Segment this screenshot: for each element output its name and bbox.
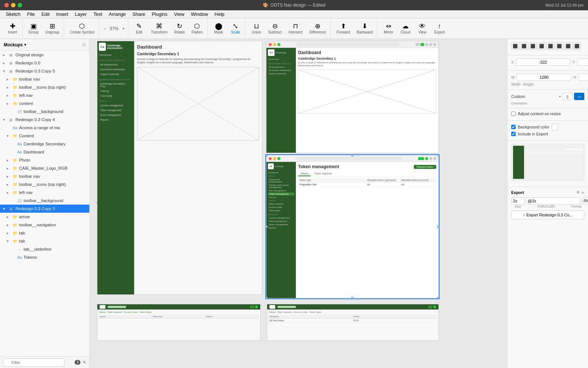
canvas-frame-redesign-00-small[interactable]: Redesign 0.0 Tokens Token requests Acces…: [97, 304, 261, 341]
y-input[interactable]: [577, 59, 588, 66]
selection-handle-br[interactable]: [437, 297, 439, 298]
menu-help[interactable]: Help: [212, 10, 227, 18]
x-input[interactable]: [516, 59, 570, 66]
layer-item-redesign-035c5[interactable]: ▣ Redesign 0.3 Copy 5: [0, 67, 89, 75]
portrait-button[interactable]: ▯: [562, 93, 573, 100]
backward-button[interactable]: ⬇ Backward: [354, 21, 376, 36]
canvas-frame-redesign-034c3-token[interactable]: Redesign 0.3 Copy 3: [266, 155, 439, 298]
canvas-frame-redesign-01-small[interactable]: Redesign 0.1 Tokens Token requests Acces…: [267, 304, 439, 341]
layer-item-toolbar-nav-5[interactable]: 📁 toolbar nav: [0, 75, 89, 83]
menu-window[interactable]: Window: [188, 10, 211, 18]
layer-item-original-design[interactable]: ▣ Original design: [0, 51, 89, 59]
align-left-button[interactable]: ⬛: [511, 42, 519, 50]
selection-handle-right[interactable]: [437, 226, 439, 228]
mask-button[interactable]: ⬤ Mask: [211, 21, 227, 36]
cloud-button[interactable]: ☁ Cloud: [397, 21, 413, 36]
landscape-button[interactable]: ▭: [574, 93, 584, 100]
distribute-h-button[interactable]: ⬛: [564, 42, 572, 50]
subtract-button[interactable]: ⊖ Subtract: [265, 21, 285, 36]
close-button[interactable]: [4, 3, 9, 7]
menu-plugins[interactable]: Plugins: [149, 10, 171, 18]
menu-layer[interactable]: Layer: [72, 10, 90, 18]
layer-item-cambridge-secondary[interactable]: Aa Cambridge Secondary: [0, 140, 89, 148]
layer-item-caie-logo[interactable]: 📁 CAIE_Master_Logo_RGB: [0, 164, 89, 172]
panel-dropdown-icon[interactable]: ▾: [24, 43, 26, 47]
layer-item-toolbar-bg-5[interactable]: ⬜ toolbar__background: [0, 107, 89, 116]
menu-share[interactable]: Share: [129, 10, 148, 18]
layer-item-tokens-label[interactable]: Aa Tokens: [0, 253, 89, 261]
align-bottom-button[interactable]: ⬛: [555, 42, 563, 50]
layer-item-left-nav-4[interactable]: 📁 left nav: [0, 188, 89, 197]
flatten-button[interactable]: ⬡ Flatten: [189, 21, 206, 36]
group-button[interactable]: ▣ Group: [25, 21, 42, 36]
edit-button[interactable]: ✎ Edit: [131, 21, 147, 36]
forward-button[interactable]: ⬆ Forward: [334, 21, 353, 36]
layer-item-content-4-group[interactable]: 📁 Content: [0, 132, 89, 140]
distribute-v-button[interactable]: ⬛: [573, 42, 581, 50]
menu-edit[interactable]: Edit: [39, 10, 53, 18]
selection-handle-left[interactable]: [266, 226, 268, 228]
height-input[interactable]: [578, 74, 588, 81]
layer-item-left-nav-5[interactable]: 📁 left nav: [0, 91, 89, 99]
create-symbol-button[interactable]: ⬡ Create Symbol: [67, 21, 97, 36]
background-color-checkbox[interactable]: [511, 125, 516, 129]
menu-arrange[interactable]: Arrange: [106, 10, 129, 18]
union-button[interactable]: ⊔ Union: [248, 21, 265, 36]
align-center-h-button[interactable]: ⬛: [520, 42, 528, 50]
align-top-button[interactable]: ⬛: [538, 42, 546, 50]
export-size-input[interactable]: [511, 197, 524, 205]
adjust-content-checkbox[interactable]: [511, 112, 516, 116]
scale-button[interactable]: ⤡ Scale: [227, 21, 244, 36]
view-button[interactable]: 👁 View: [414, 21, 430, 36]
selection-handle-bl[interactable]: [266, 297, 268, 298]
layer-item-redesign-034c3[interactable]: ▣ Redesign 0.3 Copy 3: [0, 205, 89, 213]
align-center-v-button[interactable]: ⬛: [546, 42, 555, 50]
menu-text[interactable]: Text: [90, 10, 105, 18]
menu-insert[interactable]: Insert: [53, 10, 71, 18]
layer-item-redesign-034c4[interactable]: ▣ Redesign 0.3 Copy 4: [0, 116, 89, 124]
insert-button[interactable]: ✚ Insert: [4, 21, 21, 36]
zoom-plus-button[interactable]: +: [122, 26, 125, 31]
layer-item-toolbar-nav-4[interactable]: 📁 toolbar nav: [0, 172, 89, 180]
width-input[interactable]: [517, 74, 571, 81]
layer-item-toolbar-icons-4[interactable]: 📁 toolbar__icons (top right): [0, 180, 89, 188]
export-add-icon[interactable]: +: [581, 190, 584, 195]
transform-button[interactable]: ⌘ Transform: [148, 21, 171, 36]
layer-item-toolbar-navigation[interactable]: 📁 toolbar__navigation: [0, 221, 89, 229]
difference-button[interactable]: ⊕ Difference: [306, 21, 329, 36]
ungroup-button[interactable]: ⊞ Ungroup: [42, 21, 62, 36]
canvas-frame-redesign-035c5[interactable]: Redesign 0.3 Copy 4 CA Cambridge Assessm…: [97, 41, 262, 295]
layer-item-photo[interactable]: 📁 Photo: [0, 156, 89, 164]
layer-item-redesign-00[interactable]: ▣ Redesign 0.0: [0, 59, 89, 67]
custom-dropdown-arrow[interactable]: ▾: [559, 95, 561, 99]
background-color-swatch[interactable]: [552, 124, 558, 130]
export-settings-icon[interactable]: ⚙: [576, 190, 580, 195]
menu-sketch[interactable]: Sketch: [3, 10, 24, 18]
mirror-button[interactable]: ⇔ Mirror: [380, 21, 397, 36]
layer-item-arrow[interactable]: 📁 arrow: [0, 213, 89, 221]
layer-item-toolbar-icons-tr[interactable]: 📁 toolbar__icons (top right): [0, 83, 89, 91]
menu-file[interactable]: File: [24, 10, 38, 18]
layer-item-tab-group2[interactable]: 📁 tab: [0, 237, 89, 245]
align-right-button[interactable]: ⬛: [529, 42, 537, 50]
intersect-button[interactable]: ⊓ Intersect: [286, 21, 305, 36]
export-suffix-input[interactable]: [526, 197, 580, 205]
minimize-button[interactable]: [11, 3, 15, 7]
layer-item-tab-underline[interactable]: — tab__ubderline: [0, 245, 89, 253]
canvas-frame-redesign-035c3-dash[interactable]: Redesign 0.3 Copy 3: [266, 41, 439, 153]
rotate-button[interactable]: ↻ Rotate: [171, 21, 188, 36]
canvas-area[interactable]: Original design Redesign 0.3 Copy 4 CA C…: [90, 39, 507, 368]
menu-view[interactable]: View: [171, 10, 187, 18]
panel-collapse-button[interactable]: ⊡: [82, 42, 86, 47]
zoom-minus-button[interactable]: −: [104, 26, 106, 31]
maximize-button[interactable]: [18, 3, 22, 7]
edit-layers-icon[interactable]: ✎: [83, 360, 86, 365]
layer-item-dashboard[interactable]: Aa Dashboard: [0, 148, 89, 156]
export-format-select[interactable]: PNG JPG SVG PDF: [582, 197, 588, 205]
include-in-export-checkbox[interactable]: [511, 132, 516, 136]
layer-item-access-range[interactable]: Aa Access a range of ma: [0, 124, 89, 132]
selection-handle-tr[interactable]: [437, 155, 439, 156]
selection-handle-top[interactable]: [351, 155, 354, 156]
search-input[interactable]: [3, 358, 65, 367]
layer-item-toolbar-bg-4[interactable]: ⬜ toolbar__background: [0, 197, 89, 205]
